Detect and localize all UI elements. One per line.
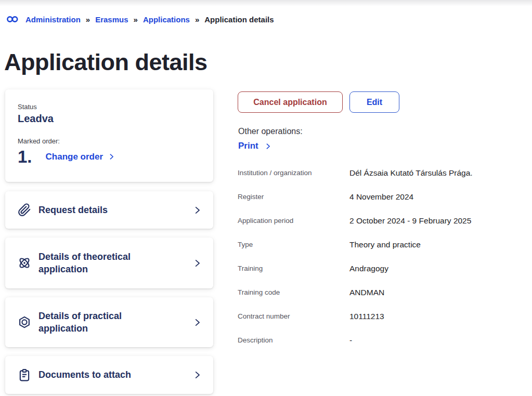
detail-row-institution: Institution / organization Dél Ázsaia Ku… (238, 165, 518, 189)
nav-card-practical-details[interactable]: Details of practical application (5, 297, 213, 347)
detail-label: Training (238, 261, 349, 272)
page-title: Application details (4, 49, 207, 76)
breadcrumb-separator: » (195, 15, 199, 24)
order-number: 1. (18, 148, 32, 165)
detail-row-type: Type Theory and practice (238, 237, 518, 261)
nav-card-documents[interactable]: Documents to attach (5, 356, 213, 394)
breadcrumb-separator: » (134, 15, 138, 24)
glasses-icon (6, 14, 19, 24)
breadcrumb: Administration » Erasmus » Applications … (6, 14, 274, 24)
detail-value: Dél Ázsaia Kutató Társulás Prága. (349, 165, 473, 178)
breadcrumb-applications[interactable]: Applications (143, 15, 190, 24)
actions-row: Cancel application Edit (238, 91, 399, 113)
chevron-right-icon (193, 259, 202, 268)
clipboard-icon (18, 368, 31, 382)
detail-row-register: Register 4 November 2024 (238, 189, 518, 213)
detail-value: Theory and practice (349, 237, 421, 249)
detail-label: Type (238, 237, 349, 248)
detail-label: Application period (238, 213, 349, 225)
breadcrumb-administration[interactable]: Administration (25, 15, 81, 24)
chevron-right-icon (265, 143, 271, 150)
chevron-right-icon (193, 206, 202, 215)
cancel-application-button[interactable]: Cancel application (238, 91, 343, 113)
change-order-label: Change order (46, 152, 103, 162)
detail-row-training-code: Training code ANDMAN (238, 285, 518, 309)
breadcrumb-current: Application details (204, 15, 274, 24)
detail-label: Description (238, 333, 349, 344)
detail-value: ANDMAN (349, 285, 384, 297)
print-label: Print (238, 141, 258, 151)
other-operations-label: Other operations: (238, 127, 303, 136)
detail-label: Institution / organization (238, 165, 349, 177)
detail-row-contract-number: Contract number 10111213 (238, 309, 518, 333)
detail-row-application-period: Application period 2 October 2024 - 9 Fe… (238, 213, 518, 237)
status-card: Status Leadva Marked order: 1. Change or… (5, 89, 213, 182)
nav-card-request-details[interactable]: Request details (5, 191, 213, 229)
marked-order-label: Marked order: (18, 137, 201, 145)
edit-button[interactable]: Edit (349, 91, 399, 113)
marked-order-row: 1. Change order (18, 148, 201, 165)
detail-value: Andragogy (349, 261, 388, 273)
detail-value: 10111213 (349, 309, 384, 321)
nut-icon (18, 315, 31, 329)
print-link[interactable]: Print (238, 141, 271, 151)
detail-row-training: Training Andragogy (238, 261, 518, 285)
nav-card-label: Details of practical application (38, 310, 170, 335)
top-shadow (0, 0, 532, 6)
chevron-right-icon (193, 318, 202, 327)
status-value: Leadva (18, 113, 201, 125)
paperclip-icon (18, 203, 31, 217)
detail-value: 2 October 2024 - 9 February 2025 (349, 213, 471, 226)
detail-label: Contract number (238, 309, 349, 320)
chevron-right-icon (193, 371, 202, 379)
detail-value: - (349, 333, 352, 345)
nav-card-theoretical-details[interactable]: Details of theoretical application (5, 237, 213, 288)
breadcrumb-erasmus[interactable]: Erasmus (95, 15, 128, 24)
atom-icon (18, 256, 31, 270)
chevron-right-icon (108, 153, 115, 160)
nav-card-label: Request details (38, 204, 108, 216)
breadcrumb-separator: » (86, 15, 90, 24)
detail-label: Training code (238, 285, 349, 296)
change-order-link[interactable]: Change order (46, 152, 115, 162)
details-list: Institution / organization Dél Ázsaia Ku… (238, 165, 518, 357)
status-label: Status (18, 103, 201, 111)
detail-value: 4 November 2024 (349, 189, 413, 202)
detail-label: Register (238, 189, 349, 201)
detail-row-description: Description - (238, 333, 518, 357)
nav-card-label: Documents to attach (38, 368, 131, 381)
nav-card-label: Details of theoretical application (38, 250, 170, 276)
